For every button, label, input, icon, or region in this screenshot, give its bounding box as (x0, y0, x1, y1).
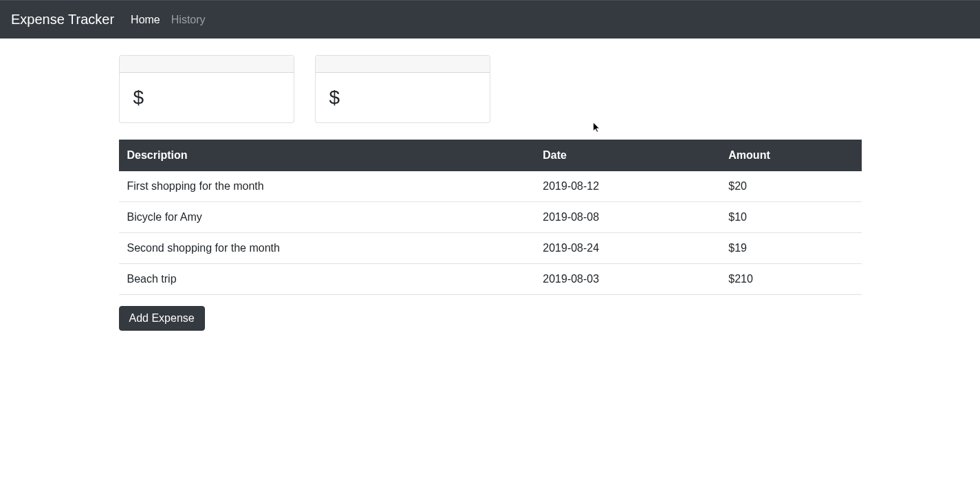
table-header-date: Date (534, 140, 720, 171)
summary-card: $ (315, 55, 490, 123)
cell-date: 2019-08-03 (534, 264, 720, 295)
cell-description: Bicycle for Amy (119, 202, 535, 233)
nav-link-home[interactable]: Home (125, 8, 166, 32)
table-header-description: Description (119, 140, 535, 171)
cell-description: Second shopping for the month (119, 233, 535, 264)
cell-amount: $210 (720, 264, 861, 295)
summary-card: $ (119, 55, 294, 123)
expenses-table: Description Date Amount First shopping f… (119, 140, 862, 295)
cell-date: 2019-08-24 (534, 233, 720, 264)
main-container: $ $ Description Date Amount First shoppi… (109, 55, 872, 331)
add-expense-button[interactable]: Add Expense (119, 306, 205, 331)
table-row: Beach trip 2019-08-03 $210 (119, 264, 862, 295)
cell-date: 2019-08-12 (534, 171, 720, 202)
summary-card-header (120, 56, 294, 73)
navbar-brand[interactable]: Expense Tracker (11, 12, 114, 28)
table-header-row: Description Date Amount (119, 140, 862, 171)
table-header-amount: Amount (720, 140, 861, 171)
cell-amount: $19 (720, 233, 861, 264)
summary-card-body: $ (316, 73, 490, 122)
table-row: Second shopping for the month 2019-08-24… (119, 233, 862, 264)
summary-card-header (316, 56, 490, 73)
summary-card-value: $ (329, 87, 476, 109)
table-row: First shopping for the month 2019-08-12 … (119, 171, 862, 202)
cell-date: 2019-08-08 (534, 202, 720, 233)
summary-cards-row: $ $ (119, 55, 862, 123)
summary-card-value: $ (133, 87, 280, 109)
cell-amount: $20 (720, 171, 861, 202)
navbar: Expense Tracker Home History (0, 0, 980, 39)
nav-link-history[interactable]: History (166, 8, 211, 32)
cell-description: Beach trip (119, 264, 535, 295)
table-row: Bicycle for Amy 2019-08-08 $10 (119, 202, 862, 233)
cell-amount: $10 (720, 202, 861, 233)
summary-card-body: $ (120, 73, 294, 122)
cell-description: First shopping for the month (119, 171, 535, 202)
